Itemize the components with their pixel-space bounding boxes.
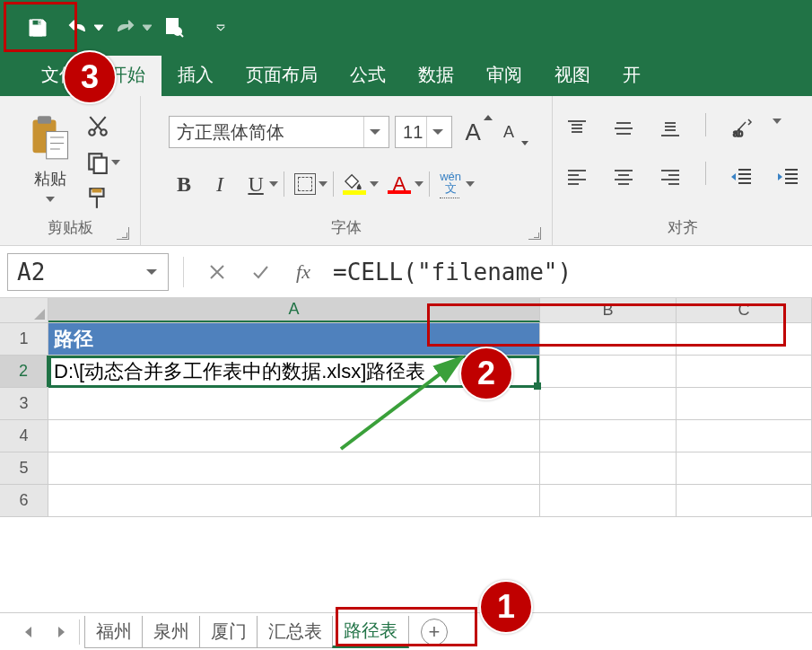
cancel-formula-button[interactable] xyxy=(198,253,236,291)
fx-button[interactable]: fx xyxy=(284,253,322,291)
sheet-tab-2[interactable]: 泉州 xyxy=(142,616,201,648)
group-font-label: 字体 xyxy=(150,212,543,245)
align-bot-button[interactable] xyxy=(655,113,685,144)
cut-button[interactable] xyxy=(86,115,120,138)
sheet-tab-1[interactable]: 福州 xyxy=(84,616,144,648)
cell-B2[interactable] xyxy=(540,356,677,387)
cell-A6[interactable] xyxy=(48,485,540,516)
cell-B1[interactable] xyxy=(540,323,677,355)
print-preview-button[interactable] xyxy=(154,10,194,46)
accept-formula-button[interactable] xyxy=(241,253,279,291)
font-name-dropdown[interactable] xyxy=(363,117,385,147)
copy-button[interactable] xyxy=(86,151,120,174)
row-header-5[interactable]: 5 xyxy=(0,452,48,484)
font-size-dropdown[interactable] xyxy=(426,117,448,147)
name-box-dropdown[interactable] xyxy=(139,254,164,290)
underline-button[interactable]: U xyxy=(240,169,271,199)
cell-C2[interactable] xyxy=(677,356,812,387)
fill-color-dropdown[interactable] xyxy=(370,176,379,192)
align-top-button[interactable] xyxy=(562,113,592,144)
tab-formula[interactable]: 公式 xyxy=(334,56,402,96)
cell-A3[interactable] xyxy=(48,388,540,419)
sheet-nav-prev[interactable] xyxy=(20,623,38,641)
underline-dropdown[interactable] xyxy=(269,176,278,192)
cell-B5[interactable] xyxy=(540,452,677,484)
cell-B4[interactable] xyxy=(540,420,677,452)
row-header-3[interactable]: 3 xyxy=(0,388,48,419)
shrink-font-button[interactable]: A xyxy=(493,117,524,147)
indent-inc-button[interactable] xyxy=(773,162,803,192)
phonetic-button[interactable]: wén 文 xyxy=(435,169,466,199)
font-color-dropdown[interactable] xyxy=(415,176,423,192)
cell-C5[interactable] xyxy=(677,452,812,484)
tab-view[interactable]: 视图 xyxy=(538,56,607,96)
row-header-1[interactable]: 1 xyxy=(0,323,48,355)
align-mid-button[interactable] xyxy=(608,113,639,144)
name-box-value: A2 xyxy=(17,259,45,285)
borders-dropdown[interactable] xyxy=(319,176,327,192)
ribbon-tabs: 文件 开始 插入 页面布局 公式 数据 审阅 视图 开 xyxy=(0,56,812,96)
tab-layout[interactable]: 页面布局 xyxy=(230,56,334,96)
cell-C3[interactable] xyxy=(677,388,812,419)
tab-review[interactable]: 审阅 xyxy=(470,56,538,96)
group-clipboard: 粘贴 剪贴板 xyxy=(0,96,141,245)
align-left-button[interactable] xyxy=(562,162,592,192)
col-header-A[interactable]: A xyxy=(48,298,540,322)
qat-customize-button[interactable] xyxy=(201,10,240,46)
orientation-button[interactable]: ab xyxy=(726,113,756,144)
align-right-button[interactable] xyxy=(655,162,685,192)
phonetic-dropdown[interactable] xyxy=(466,176,475,192)
sheet-grid: A B C 1 路径 2 D:\[动态合并多工作表中的数据.xlsx]路径表 3… xyxy=(0,298,812,517)
borders-button[interactable] xyxy=(290,169,320,199)
cell-A5[interactable] xyxy=(48,452,540,484)
bold-button[interactable]: B xyxy=(169,169,199,199)
save-button[interactable] xyxy=(18,10,57,46)
clipboard-launcher[interactable] xyxy=(117,227,129,240)
col-header-B[interactable]: B xyxy=(540,298,677,322)
format-painter-button[interactable] xyxy=(86,187,120,210)
font-color-button[interactable]: A xyxy=(384,169,415,199)
row-header-4[interactable]: 4 xyxy=(0,420,48,452)
sheet-tab-5[interactable]: 路径表 xyxy=(332,616,409,648)
fill-color-button[interactable] xyxy=(339,169,370,199)
cell-A4[interactable] xyxy=(48,420,540,452)
cell-C4[interactable] xyxy=(677,420,812,452)
group-font: 方正黑体简体 11 A A B I U xyxy=(141,96,553,245)
paste-dropdown[interactable] xyxy=(46,191,55,207)
sheet-tabs-bar: 福州 泉州 厦门 汇总表 路径表 + xyxy=(0,612,812,650)
cell-B6[interactable] xyxy=(540,485,677,516)
align-center-button[interactable] xyxy=(608,162,639,192)
font-size-combo[interactable]: 11 xyxy=(395,116,452,148)
name-box[interactable]: A2 xyxy=(7,253,169,291)
tab-extra[interactable]: 开 xyxy=(607,56,657,96)
sheet-tab-4[interactable]: 汇总表 xyxy=(257,616,334,648)
orientation-dropdown[interactable] xyxy=(773,113,781,144)
sheet-nav-next[interactable] xyxy=(52,623,70,641)
select-all-corner[interactable] xyxy=(0,298,48,322)
new-sheet-button[interactable]: + xyxy=(421,619,448,646)
grow-font-button[interactable]: A xyxy=(458,117,488,147)
tab-data[interactable]: 数据 xyxy=(402,56,470,96)
font-name-combo[interactable]: 方正黑体简体 xyxy=(169,116,389,148)
formula-input[interactable]: =CELL("filename") xyxy=(327,255,805,289)
cell-A1[interactable]: 路径 xyxy=(48,323,540,355)
italic-button[interactable]: I xyxy=(205,169,235,199)
row-header-6[interactable]: 6 xyxy=(0,485,48,516)
svg-text:ab: ab xyxy=(733,128,744,138)
group-align-label: 对齐 xyxy=(562,212,803,245)
formula-bar: A2 fx =CELL("filename") xyxy=(0,246,812,298)
redo-dropdown[interactable] xyxy=(140,10,154,46)
sheet-tab-3[interactable]: 厦门 xyxy=(199,616,258,648)
indent-dec-button[interactable] xyxy=(726,162,756,192)
tab-insert[interactable]: 插入 xyxy=(162,56,230,96)
row-header-2[interactable]: 2 xyxy=(0,356,48,387)
font-launcher[interactable] xyxy=(528,227,541,240)
cell-C1[interactable] xyxy=(677,323,812,355)
svg-rect-4 xyxy=(38,116,51,124)
paste-label: 粘贴 xyxy=(34,168,66,189)
col-header-C[interactable]: C xyxy=(677,298,812,322)
undo-dropdown[interactable] xyxy=(92,10,106,46)
paste-button[interactable] xyxy=(27,114,74,164)
cell-C6[interactable] xyxy=(677,485,812,516)
cell-B3[interactable] xyxy=(540,388,677,419)
